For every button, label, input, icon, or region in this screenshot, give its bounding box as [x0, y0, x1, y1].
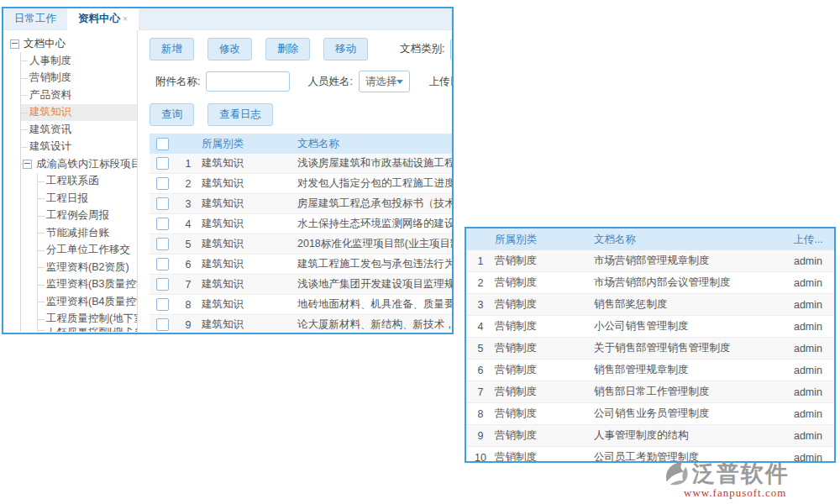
table-row[interactable]: 4 营销制度 小公司销售管理制度 admin	[466, 316, 834, 338]
tree-level1: 人事制度 营销制度 产品资料 建筑知识 建筑资讯 建筑设计 成渝高铁内江标段项目…	[20, 52, 137, 332]
select-all-checkbox[interactable]	[156, 138, 169, 150]
table-row[interactable]: 6 营销制度 销售部管理规章制度 admin	[466, 360, 834, 381]
row-category: 建筑知识	[202, 257, 297, 271]
row-category: 营销制度	[495, 254, 594, 268]
table-row[interactable]: 7 建筑知识 浅谈地产集团开发建设项目监理规划编...	[150, 275, 452, 295]
row-category: 建筑知识	[202, 176, 297, 191]
upload-date-label: 上传日期	[428, 75, 452, 89]
tree-node-project[interactable]: 成渝高铁内江标段项目	[21, 155, 137, 173]
sidebar-item-construction-knowledge[interactable]: 建筑知识	[21, 104, 137, 122]
row-index: 2	[175, 178, 202, 190]
sidebar-item-energy-ledger[interactable]: 节能减排台账	[38, 224, 137, 242]
table-row[interactable]: 2 建筑知识 对发包人指定分包的工程施工进度安排...	[150, 174, 452, 194]
sidebar-item-work-transfer[interactable]: 分工单位工作移交	[38, 242, 137, 260]
tree-item-label: 节能减排台账	[46, 226, 109, 240]
sidebar-item-weekly-report[interactable]: 工程例会周报	[38, 207, 137, 225]
tree-item-label: 产品资料	[29, 88, 71, 102]
query-button[interactable]: 查询	[150, 103, 194, 126]
sidebar-item-construction-design[interactable]: 建筑设计	[21, 139, 137, 156]
table-row[interactable]: 8 营销制度 公司销售业务员管理制度 admin	[466, 403, 834, 425]
collapse-icon[interactable]	[23, 160, 32, 169]
table-row[interactable]: 7 营销制度 销售部日常工作管理制度 admin	[466, 381, 834, 403]
row-category: 建筑知识	[202, 297, 297, 312]
document-center-window: 日常工作 资料中心× 文档中心 人事制度 营销制度 产品资料 建筑知识 建筑资讯…	[2, 7, 454, 334]
tree-item-label: 建筑知识	[29, 105, 71, 119]
row-index: 5	[175, 239, 202, 250]
doc-type-select[interactable]: 请选择	[450, 39, 452, 60]
row-category: 建筑知识	[202, 318, 297, 332]
view-log-button[interactable]: 查看日志	[207, 103, 273, 126]
sidebar-item-project-letter[interactable]: 工程联系函	[38, 173, 137, 191]
row-name: 销售部管理规章制度	[594, 363, 782, 377]
table-row[interactable]: 8 建筑知识 地砖地面材料、机具准备、质量要求及...	[150, 295, 452, 315]
panel-body: 文档中心 人事制度 营销制度 产品资料 建筑知识 建筑资讯 建筑设计 成渝高铁内…	[3, 30, 452, 333]
sidebar-item-supervision-b4[interactable]: 监理资料(B4质量控制)	[38, 293, 137, 311]
sidebar-item-product[interactable]: 产品资料	[21, 87, 137, 104]
delete-button[interactable]: 删除	[265, 38, 310, 60]
row-uploader: admin	[782, 386, 834, 398]
table-row[interactable]: 5 建筑知识 2018标准化监理项目部(业主项目部)人员...	[150, 234, 452, 255]
sidebar-item-quality-basement[interactable]: 工程质量控制(地下室)	[38, 311, 137, 328]
table-row[interactable]: 3 建筑知识 房屋建筑工程总承包投标书（技术标）...	[150, 194, 452, 214]
tree-item-label: 工程质量控制(地下室)	[46, 328, 137, 332]
row-checkbox[interactable]	[156, 177, 169, 190]
tree-item-label: 建筑资讯	[29, 123, 71, 137]
attachment-name-input[interactable]	[206, 71, 290, 92]
sidebar-item-daily-report[interactable]: 工程日报	[38, 190, 137, 207]
move-button[interactable]: 移动	[323, 38, 368, 60]
tree-item-label: 建筑设计	[29, 139, 71, 154]
sidebar-item-supervision-b3[interactable]: 监理资料(B3质量控制)	[38, 276, 137, 294]
row-name: 关于销售部管理销售管理制度	[594, 341, 782, 355]
table-row[interactable]: 5 营销制度 关于销售部管理销售管理制度 admin	[466, 338, 834, 360]
doc-type-label: 文档类别:	[400, 42, 444, 56]
close-icon[interactable]: ×	[123, 14, 128, 24]
row-checkbox[interactable]	[156, 238, 169, 250]
tree-root-document-center[interactable]: 文档中心	[10, 35, 137, 52]
row-checkbox[interactable]	[156, 278, 169, 291]
tree-item-label: 监理资料(B3质量控制)	[46, 277, 138, 291]
table-row[interactable]: 4 建筑知识 水土保持生态环境监测网络的建设与资...	[150, 214, 452, 234]
sidebar-item-marketing[interactable]: 营销制度	[21, 70, 137, 87]
row-index: 9	[466, 430, 495, 442]
row-checkbox[interactable]	[156, 157, 169, 170]
row-category: 建筑知识	[202, 197, 297, 211]
sidebar-item-construction-news[interactable]: 建筑资讯	[21, 121, 137, 139]
sidebar-item-clipped[interactable]: 工程质量控制(地下室)	[38, 328, 137, 332]
tree-item-label: 监理资料(B4质量控制)	[46, 295, 138, 309]
table-row[interactable]: 3 营销制度 销售部奖惩制度 admin	[466, 294, 834, 316]
row-checkbox[interactable]	[156, 318, 169, 331]
row-index: 3	[466, 299, 495, 311]
row-name: 地砖地面材料、机具准备、质量要求及...	[297, 297, 452, 312]
collapse-icon[interactable]	[10, 39, 19, 49]
tab-daily-work[interactable]: 日常工作	[3, 8, 67, 29]
row-uploader: admin	[782, 321, 834, 333]
row-uploader: admin	[782, 299, 834, 311]
person-name-select[interactable]: 请选择	[359, 71, 411, 92]
row-name: 水土保持生态环境监测网络的建设与资...	[297, 217, 452, 231]
row-category: 营销制度	[495, 276, 594, 290]
table-row[interactable]: 9 建筑知识 论大厦新材料、新结构、新技术，新工...	[150, 315, 452, 333]
row-uploader: admin	[782, 452, 834, 464]
tab-data-center[interactable]: 资料中心×	[67, 8, 139, 30]
tree-level2: 工程联系函 工程日报 工程例会周报 节能减排台账 分工单位工作移交 监理资料(B…	[37, 173, 137, 333]
query-row: 查询 查看日志	[150, 103, 452, 126]
edit-button[interactable]: 修改	[207, 38, 252, 60]
row-checkbox[interactable]	[156, 258, 169, 270]
table-row[interactable]: 1 营销制度 市场营销部管理规章制度 admin	[466, 250, 834, 272]
tree-item-label: 工程联系函	[46, 174, 99, 188]
sidebar-item-personnel[interactable]: 人事制度	[21, 52, 137, 70]
tree-item-label: 人事制度	[29, 54, 71, 68]
row-checkbox[interactable]	[156, 197, 169, 210]
table-row[interactable]: 9 营销制度 人事管理制度的结构 admin	[466, 425, 834, 447]
row-name: 房屋建筑工程总承包投标书（技术标）...	[297, 197, 452, 211]
sidebar-item-supervision-b2[interactable]: 监理资料(B2资质)	[38, 259, 137, 276]
table-row[interactable]: 1 建筑知识 浅谈房屋建筑和市政基础设施工程施工...	[150, 154, 452, 174]
row-checkbox[interactable]	[156, 298, 169, 311]
category-column-header: 所属别类	[202, 137, 297, 151]
table-row[interactable]: 2 营销制度 市场营销部内部会议管理制度 admin	[466, 272, 834, 294]
add-button[interactable]: 新增	[150, 38, 194, 60]
table-row[interactable]: 6 建筑知识 建筑工程施工发包与承包违法行为认定...	[150, 255, 452, 275]
tab-bar: 日常工作 资料中心×	[3, 8, 452, 30]
row-index: 4	[466, 321, 495, 333]
row-checkbox[interactable]	[156, 218, 169, 230]
